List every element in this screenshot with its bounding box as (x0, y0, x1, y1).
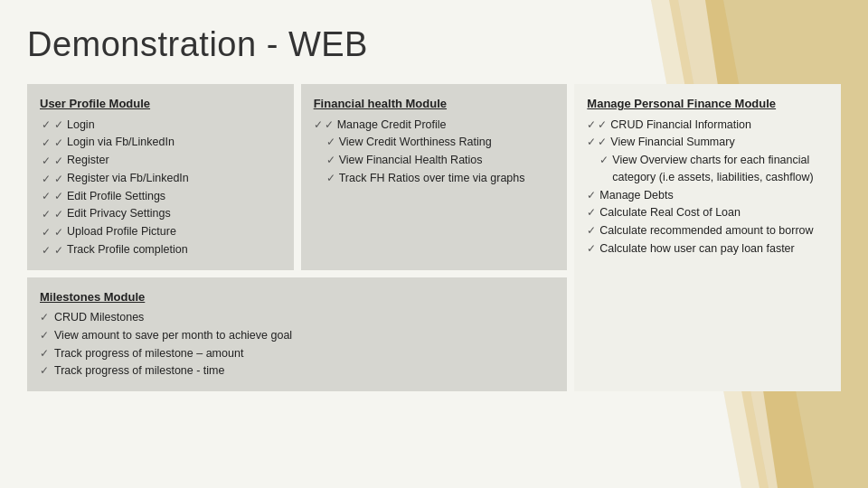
list-item: ✓ ✓ Edit Privacy Settings (40, 205, 189, 223)
financial-health-card: Financial health Module ✓✓Manage Credit … (301, 84, 568, 270)
list-item: ✓Track progress of milestone – amount (40, 345, 554, 362)
list-item: ✓Track progress of milestone - time (40, 362, 554, 380)
list-item: ✓ ✓ Login (40, 117, 189, 135)
manage-finance-card: Manage Personal Finance Module ✓✓CRUD Fi… (574, 84, 841, 391)
page-title: Demonstration - WEB (27, 25, 841, 64)
milestones-title: Milestones Module (40, 288, 554, 306)
manage-finance-title: Manage Personal Finance Module (587, 95, 828, 113)
list-item: ✓View Financial Health Ratios (314, 152, 555, 169)
list-item: ✓View amount to save per month to achiev… (40, 327, 554, 344)
user-profile-card: User Profile Module ✓ ✓ Login ✓ ✓ Login … (27, 84, 294, 270)
list-item: ✓ ✓ Upload Profile Picture (40, 223, 189, 241)
list-item: ✓Calculate how user can pay loan faster (587, 240, 828, 258)
list-item: ✓ ✓ Track Profile completion (40, 241, 189, 259)
list-item: ✓Calculate Real Cost of Loan (587, 204, 828, 221)
financial-health-title: Financial health Module (314, 95, 555, 113)
list-item: ✓✓CRUD Financial Information (587, 117, 828, 134)
user-profile-title: User Profile Module (40, 95, 281, 113)
milestones-card: Milestones Module ✓CRUD Milestones✓View … (27, 277, 567, 392)
list-item: ✓ ✓ Edit Profile Settings (40, 188, 189, 206)
list-item: ✓Track FH Ratios over time via graphs (314, 170, 555, 187)
list-item: ✓Calculate recommended amount to borrow (587, 222, 828, 239)
list-item: ✓View Credit Worthiness Rating (314, 134, 555, 151)
main-grid: User Profile Module ✓ ✓ Login ✓ ✓ Login … (27, 84, 841, 391)
list-item: ✓ ✓ Register via Fb/LinkedIn (40, 170, 189, 188)
list-item: ✓Manage Debts (587, 187, 828, 204)
list-item: ✓ ✓ Register (40, 152, 189, 170)
list-item: ✓CRUD Milestones (40, 309, 554, 326)
list-item: ✓View Overview charts for each financial… (587, 152, 828, 186)
list-item: ✓✓View Financial Summary (587, 134, 828, 151)
list-item: ✓✓Manage Credit Profile (314, 117, 555, 134)
list-item: ✓ ✓ Login via Fb/LinkedIn (40, 134, 189, 152)
